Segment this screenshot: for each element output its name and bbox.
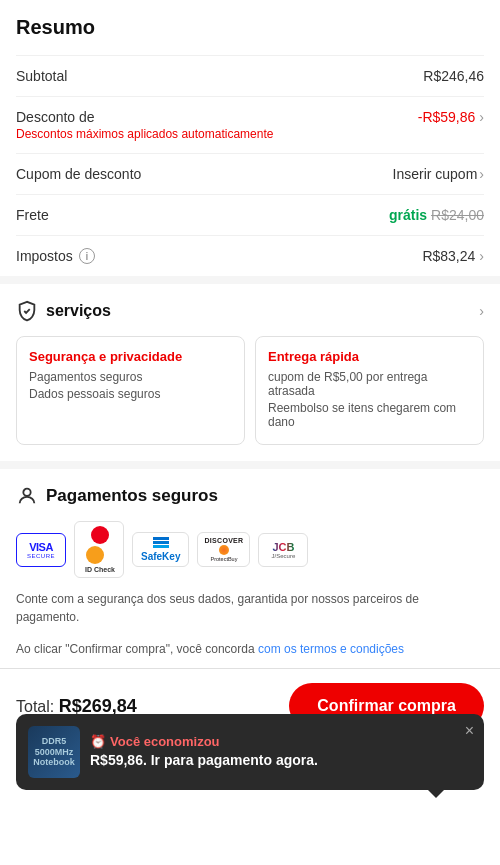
mc-circle-red xyxy=(91,526,109,544)
impostos-info-icon[interactable]: i xyxy=(79,248,95,264)
mastercard-badge: ID Check xyxy=(74,521,124,578)
amex-stripes xyxy=(153,537,169,548)
popup-clock-icon: ⏰ xyxy=(90,734,106,749)
coupon-chevron: › xyxy=(479,166,484,182)
payments-section: Pagamentos seguros VISA SECURE ID Check xyxy=(0,461,500,642)
discount-label-stack: Desconto de Descontos máximos aplicados … xyxy=(16,109,273,141)
discount-chevron: › xyxy=(479,109,484,125)
notification-popup: DDR5 5000MHz Notebook ⏰ Você economizou … xyxy=(16,714,484,790)
services-header: serviços › xyxy=(16,300,484,322)
page-container: Resumo Subtotal R$246,46 Desconto de Des… xyxy=(0,0,500,743)
visa-badge: VISA SECURE xyxy=(16,533,66,567)
discount-value: -R$59,86 › xyxy=(418,109,484,125)
total-value: R$269,84 xyxy=(59,696,137,716)
service-card-delivery-item2: Reembolso se itens chegarem com dano xyxy=(268,401,471,429)
services-chevron: › xyxy=(479,303,484,319)
discount-row: Desconto de Descontos máximos aplicados … xyxy=(16,96,484,153)
jcb-text: JCB xyxy=(272,541,294,553)
discount-sub[interactable]: Descontos máximos aplicados automaticame… xyxy=(16,127,273,141)
service-card-delivery-title: Entrega rápida xyxy=(268,349,471,364)
payments-person-icon xyxy=(16,485,38,507)
coupon-value: Inserir cupom › xyxy=(393,166,484,182)
frete-original: R$24,00 xyxy=(431,207,484,223)
impostos-label: Impostos i xyxy=(16,248,95,264)
amex-stripe-2 xyxy=(153,541,169,544)
frete-value: grátis R$24,00 xyxy=(389,207,484,223)
service-card-security-item1: Pagamentos seguros xyxy=(29,370,232,384)
payments-icons: VISA SECURE ID Check SafeKey DISC xyxy=(16,521,484,578)
service-card-delivery-item1: cupom de R$5,00 por entrega atrasada xyxy=(268,370,471,398)
popup-title: ⏰ Você economizou xyxy=(90,734,472,749)
popup-product-image: DDR5 5000MHz Notebook xyxy=(28,726,80,778)
discover-badge: DISCOVER ProtectBuy xyxy=(197,532,250,567)
summary-section: Resumo Subtotal R$246,46 Desconto de Des… xyxy=(0,0,500,276)
coupon-row[interactable]: Cupom de desconto Inserir cupom › xyxy=(16,153,484,194)
amex-stripe-3 xyxy=(153,545,169,548)
terms-link[interactable]: com os termos e condições xyxy=(258,642,404,656)
discover-dot xyxy=(219,545,229,555)
frete-label: Frete xyxy=(16,207,49,223)
discover-text: DISCOVER xyxy=(204,537,243,544)
terms-row: Ao clicar "Confirmar compra", você conco… xyxy=(0,642,500,668)
services-cards: Segurança e privacidade Pagamentos segur… xyxy=(16,336,484,445)
service-card-security-item2: Dados pessoais seguros xyxy=(29,387,232,401)
mc-circle-orange xyxy=(86,546,104,564)
services-title-row: serviços xyxy=(16,300,111,322)
payments-description: Conte com a segurança dos seus dados, ga… xyxy=(16,590,484,626)
frete-row: Frete grátis R$24,00 xyxy=(16,194,484,235)
service-card-security-title: Segurança e privacidade xyxy=(29,349,232,364)
protect-buy-text: ProtectBuy xyxy=(211,556,238,562)
total-label: Total: xyxy=(16,698,54,715)
shield-icon xyxy=(16,300,38,322)
popup-text-container: ⏰ Você economizou R$59,86. Ir para pagam… xyxy=(90,734,472,771)
subtotal-value: R$246,46 xyxy=(423,68,484,84)
visa-text: VISA xyxy=(29,541,53,553)
payments-title: Pagamentos seguros xyxy=(16,485,484,507)
popup-message[interactable]: R$59,86. Ir para pagamento agora. xyxy=(90,751,472,771)
coupon-label: Cupom de desconto xyxy=(16,166,141,182)
amex-stripe-1 xyxy=(153,537,169,540)
popup-arrow xyxy=(428,790,444,798)
subtotal-label: Subtotal xyxy=(16,68,67,84)
safekey-text: SafeKey xyxy=(141,551,180,562)
safekey-badge: SafeKey xyxy=(132,532,189,567)
impostos-chevron: › xyxy=(479,248,484,264)
services-title: serviços xyxy=(46,302,111,320)
services-section: serviços › Segurança e privacidade Pagam… xyxy=(0,276,500,461)
discount-label: Desconto de xyxy=(16,109,273,125)
service-card-delivery: Entrega rápida cupom de R$5,00 por entre… xyxy=(255,336,484,445)
svg-point-0 xyxy=(23,489,30,496)
subtotal-row: Subtotal R$246,46 xyxy=(16,55,484,96)
jcb-secure-text: J/Secure xyxy=(272,553,296,559)
jcb-badge: JCB J/Secure xyxy=(258,533,308,567)
visa-secure-text: SECURE xyxy=(27,553,55,559)
id-check-text: ID Check xyxy=(85,566,115,573)
service-card-security: Segurança e privacidade Pagamentos segur… xyxy=(16,336,245,445)
terms-prefix: Ao clicar "Confirmar compra", você conco… xyxy=(16,642,258,656)
frete-free: grátis xyxy=(389,207,427,223)
impostos-value: R$83,24 › xyxy=(422,248,484,264)
popup-close-button[interactable]: × xyxy=(465,722,474,740)
impostos-row[interactable]: Impostos i R$83,24 › xyxy=(16,235,484,276)
summary-title: Resumo xyxy=(16,16,484,39)
